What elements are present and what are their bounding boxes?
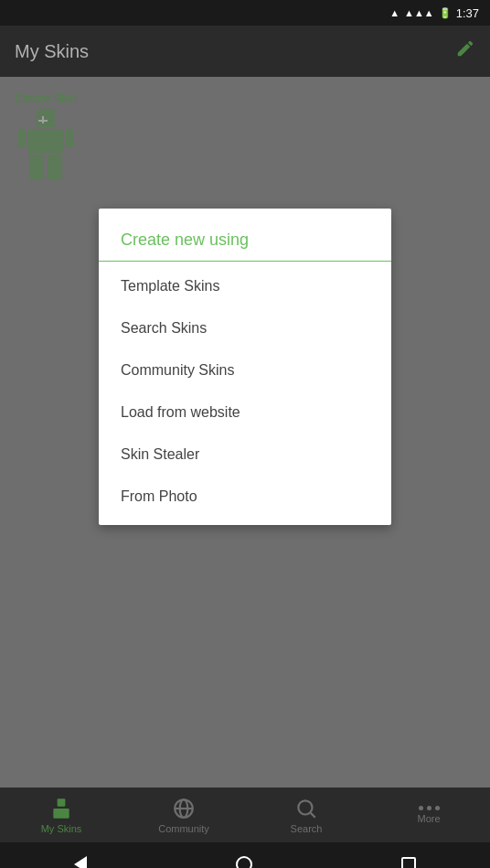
battery-icon: 🔋: [439, 7, 452, 19]
template-skins-item[interactable]: Template Skins: [99, 265, 391, 307]
signal-icon: ▲▲▲: [404, 7, 434, 18]
skin-stealer-item[interactable]: Skin Stealer: [99, 434, 391, 476]
dialog-title: Create new using: [99, 230, 391, 262]
search-skins-item[interactable]: Search Skins: [99, 307, 391, 349]
status-bar: ▲ ▲▲▲ 🔋 1:37: [0, 0, 490, 26]
back-button[interactable]: [74, 856, 87, 868]
load-from-website-item[interactable]: Load from website: [99, 391, 391, 434]
wifi-icon: ▲: [389, 7, 399, 18]
status-icons: ▲ ▲▲▲ 🔋 1:37: [389, 6, 479, 20]
create-new-dialog: Create new using Template Skins Search S…: [99, 209, 391, 525]
android-nav-bar: [0, 842, 490, 868]
from-photo-item[interactable]: From Photo: [99, 476, 391, 518]
status-time: 1:37: [456, 6, 479, 20]
app-background: My Skins Create Skin: [0, 26, 490, 842]
community-skins-item[interactable]: Community Skins: [99, 349, 391, 391]
recents-button[interactable]: [401, 857, 416, 868]
home-button[interactable]: [236, 856, 252, 868]
